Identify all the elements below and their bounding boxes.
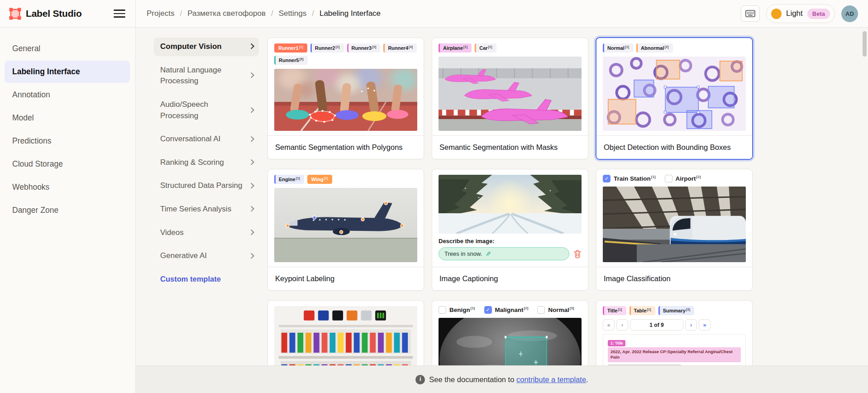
sidebar-item-webhooks[interactable]: Webhooks <box>5 176 130 198</box>
tag-runner2: Runner2[2] <box>310 43 344 53</box>
previous-page-button[interactable]: ‹ <box>616 319 628 331</box>
breadcrumb-separator: / <box>180 9 182 18</box>
tag-normal: Normal[1] <box>603 43 633 53</box>
category-generative-ai[interactable]: Generative AI <box>154 247 259 265</box>
app-title: Label Studio <box>26 8 82 19</box>
template-card-image-classification[interactable]: Train Station[1] Airport[2] <box>596 169 753 291</box>
checkbox-checked-icon <box>484 306 492 314</box>
breadcrumb-settings[interactable]: Settings <box>279 9 306 18</box>
topbar-actions: Light Beta AD <box>741 4 868 23</box>
checkbox-unchecked-icon <box>439 306 446 314</box>
sidebar-item-model[interactable]: Model <box>5 107 130 129</box>
category-custom-template[interactable]: Custom template <box>154 270 259 288</box>
chevron-right-icon <box>248 206 254 212</box>
first-page-button[interactable]: « <box>603 319 615 331</box>
chevron-right-icon <box>248 230 254 235</box>
template-categories: Computer Vision Natural Language Process… <box>154 38 259 288</box>
avatar[interactable]: AD <box>841 5 858 22</box>
keyboard-shortcuts-button[interactable] <box>741 5 760 22</box>
category-ranking-scoring[interactable]: Ranking & Scoring <box>154 153 259 172</box>
checkbox-benign[interactable]: Benign[1] <box>439 306 475 314</box>
template-card-title: Image Captioning <box>432 267 588 290</box>
checkbox-checked-icon <box>603 175 610 182</box>
template-card-title: Image Classification <box>596 267 752 290</box>
category-time-series-analysis[interactable]: Time Series Analysis <box>154 200 259 219</box>
tag-table: Table[2] <box>630 306 655 315</box>
hamburger-menu-icon[interactable] <box>114 9 126 19</box>
label-tags: Runner1[1] Runner2[2] Runner3[3] Runner4… <box>274 43 417 65</box>
preview-image-blood-cells <box>603 57 746 131</box>
template-card-image-captioning[interactable]: Describe the image: Trees in snow. ✎ <box>432 169 588 291</box>
breadcrumb-separator: / <box>271 9 273 18</box>
category-structured-data-parsing[interactable]: Structured Data Parsing <box>154 177 259 195</box>
caption-prompt-label: Describe the image: <box>439 238 582 244</box>
category-audio-speech-processing[interactable]: Audio/Speech Processing <box>154 96 259 125</box>
label-tags: Airplane[1] Car[2] <box>439 43 582 53</box>
tag-runner3: Runner3[3] <box>347 43 381 53</box>
template-card-title: Semantic Segmentation with Masks <box>432 135 588 159</box>
category-conversational-ai[interactable]: Conversational AI <box>154 130 259 149</box>
page-navigation: « ‹ 1 of 9 › » <box>603 319 746 331</box>
template-card-object-detection-bounding-boxes[interactable]: Normal[1] Abnormal[2] <box>596 38 753 159</box>
documentation-footer: See the documentation to contribute a te… <box>136 365 868 393</box>
preview-image-jet <box>274 188 417 262</box>
delete-trash-icon[interactable] <box>573 249 582 259</box>
vertical-scrollbar[interactable] <box>863 31 867 57</box>
breadcrumb-labeling-interface: Labeling Interface <box>320 9 381 18</box>
tag-title: Title[1] <box>603 306 626 315</box>
checkbox-airport[interactable]: Airport[2] <box>665 175 701 182</box>
template-card-keypoint-labeling[interactable]: Engine[1] Wing[2] <box>267 169 424 291</box>
tag-runner1: Runner1[1] <box>274 43 307 53</box>
chevron-right-icon <box>248 107 254 113</box>
theme-color-dot-icon <box>771 9 782 19</box>
checkbox-malignant[interactable]: Malignant[2] <box>484 306 529 314</box>
tag-runner5: Runner5[5] <box>274 56 308 65</box>
theme-label: Light <box>786 9 803 18</box>
brand-area: Label Studio <box>0 0 136 27</box>
preview-image-snow-forest <box>439 175 582 234</box>
contribute-template-link[interactable]: contribute a template <box>516 375 586 383</box>
settings-sidebar: General Labeling Interface Annotation Mo… <box>0 28 136 393</box>
sidebar-item-danger-zone[interactable]: Danger Zone <box>5 199 130 221</box>
page-counter: 1 of 9 <box>630 319 683 331</box>
label-studio-logo-icon <box>9 8 21 20</box>
category-videos[interactable]: Videos <box>154 224 259 242</box>
label-tags: Engine[1] Wing[2] <box>274 175 417 184</box>
preview-image-airplanes <box>439 57 582 131</box>
edit-pencil-icon[interactable]: ✎ <box>486 250 491 258</box>
label-tags: Normal[1] Abnormal[2] <box>603 43 746 53</box>
sidebar-item-annotation[interactable]: Annotation <box>5 84 130 106</box>
checkbox-unchecked-icon <box>665 175 672 182</box>
tag-airplane: Airplane[1] <box>439 43 472 53</box>
sidebar-item-cloud-storage[interactable]: Cloud Storage <box>5 153 130 175</box>
checkbox-train-station[interactable]: Train Station[1] <box>603 175 656 182</box>
category-computer-vision[interactable]: Computer Vision <box>154 38 259 56</box>
main-area: General Labeling Interface Annotation Mo… <box>0 28 868 393</box>
tag-engine: Engine[1] <box>274 175 304 184</box>
sidebar-item-predictions[interactable]: Predictions <box>5 130 130 152</box>
ultrasound-options: Benign[1] Malignant[2] Normal[3] <box>439 306 582 314</box>
chevron-right-icon <box>248 253 254 259</box>
breadcrumb: Projects / Разметка светофоров / Setting… <box>136 9 381 18</box>
template-card-semantic-segmentation-polygons[interactable]: Runner1[1] Runner2[2] Runner3[3] Runner4… <box>267 38 424 159</box>
caption-text-input[interactable]: Trees in snow. ✎ <box>439 247 569 260</box>
theme-toggle[interactable]: Light Beta <box>766 4 835 23</box>
sidebar-item-general[interactable]: General <box>5 38 130 60</box>
next-page-button[interactable]: › <box>685 319 697 331</box>
checkbox-normal[interactable]: Normal[3] <box>537 306 574 314</box>
category-natural-language-processing[interactable]: Natural Language Processing <box>154 61 259 91</box>
last-page-button[interactable]: » <box>699 319 711 331</box>
chevron-right-icon <box>248 72 254 78</box>
breadcrumb-projects[interactable]: Projects <box>147 9 174 18</box>
sidebar-item-labeling-interface[interactable]: Labeling Interface <box>5 61 130 83</box>
checkbox-unchecked-icon <box>537 306 545 314</box>
label-tags: Title[1] Table[2] Summary[3] <box>603 306 746 315</box>
preview-image-train-station <box>603 187 746 262</box>
chevron-right-icon <box>248 136 254 142</box>
template-card-semantic-segmentation-masks[interactable]: Airplane[1] Car[2] <box>432 38 588 159</box>
breadcrumb-project-name[interactable]: Разметка светофоров <box>187 9 266 18</box>
tag-runner4: Runner4[4] <box>383 43 417 53</box>
breadcrumb-separator: / <box>312 9 314 18</box>
keyboard-icon <box>745 10 755 17</box>
template-card-title: Object Detection with Bounding Boxes <box>596 135 752 159</box>
